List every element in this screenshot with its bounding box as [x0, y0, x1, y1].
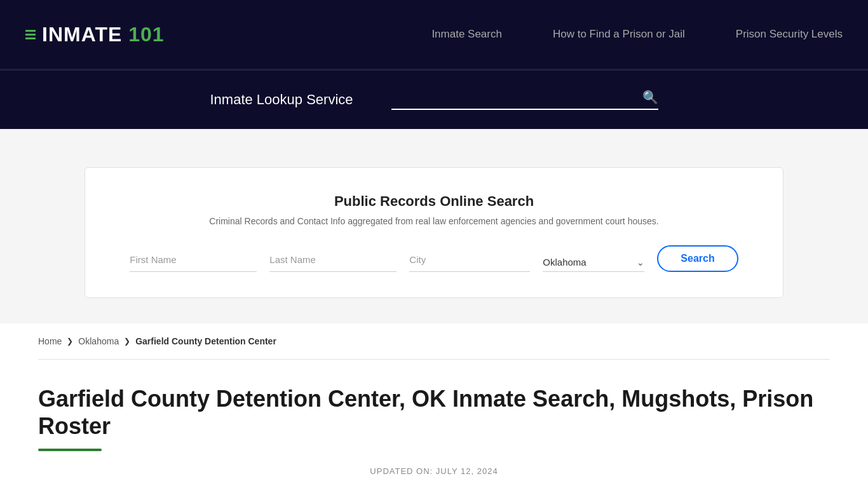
- nav-link-security-levels[interactable]: Prison Security Levels: [736, 28, 843, 40]
- nav-link-inmate-search[interactable]: Inmate Search: [431, 28, 502, 40]
- last-name-input[interactable]: [269, 252, 397, 268]
- banner-search-input[interactable]: [391, 92, 642, 103]
- title-underline: [38, 449, 102, 451]
- gap-spacer: [0, 129, 868, 154]
- first-name-input[interactable]: [130, 252, 257, 268]
- state-select[interactable]: Alabama Alaska Arizona Arkansas Californ…: [543, 257, 637, 268]
- records-card: Public Records Online Search Criminal Re…: [85, 167, 783, 298]
- nav-link-how-to-find[interactable]: How to Find a Prison or Jail: [553, 28, 685, 40]
- nav-links: Inmate Search How to Find a Prison or Ja…: [431, 28, 843, 41]
- page-title: Garfield County Detention Center, OK Inm…: [38, 385, 830, 440]
- breadcrumb: Home ❯ Oklahoma ❯ Garfield County Detent…: [38, 336, 830, 346]
- banner-label: Inmate Lookup Service: [210, 92, 353, 108]
- breadcrumb-current: Garfield County Detention Center: [135, 336, 276, 346]
- banner-search-form: 🔍: [391, 90, 658, 110]
- state-select-wrapper: Alabama Alaska Arizona Arkansas Californ…: [543, 257, 644, 272]
- breadcrumb-state[interactable]: Oklahoma: [78, 336, 119, 346]
- records-form: Alabama Alaska Arizona Arkansas Californ…: [123, 245, 745, 272]
- search-icon[interactable]: 🔍: [642, 90, 658, 105]
- records-card-title: Public Records Online Search: [123, 193, 745, 210]
- records-card-subtitle: Criminal Records and Contact Info aggreg…: [123, 216, 745, 226]
- chevron-right-icon-2: ❯: [124, 337, 130, 346]
- logo-text: INMATE 101: [42, 23, 165, 46]
- top-navigation: INMATE 101 Inmate Search How to Find a P…: [0, 0, 868, 70]
- city-input[interactable]: [409, 252, 530, 268]
- main-content: Garfield County Detention Center, OK Inm…: [0, 360, 868, 488]
- last-name-field: [269, 252, 397, 272]
- logo-icon: [25, 30, 36, 39]
- city-field: [409, 252, 530, 272]
- chevron-down-icon: ⌄: [637, 257, 644, 268]
- search-button[interactable]: Search: [657, 245, 738, 272]
- logo[interactable]: INMATE 101: [25, 23, 165, 46]
- search-banner: Inmate Lookup Service 🔍: [0, 70, 868, 129]
- breadcrumb-section: Home ❯ Oklahoma ❯ Garfield County Detent…: [0, 323, 868, 359]
- first-name-field: [130, 252, 257, 272]
- card-section: Public Records Online Search Criminal Re…: [0, 154, 868, 323]
- breadcrumb-home[interactable]: Home: [38, 336, 62, 346]
- chevron-right-icon: ❯: [67, 337, 73, 346]
- updated-label: UPDATED ON: JULY 12, 2024: [38, 466, 830, 476]
